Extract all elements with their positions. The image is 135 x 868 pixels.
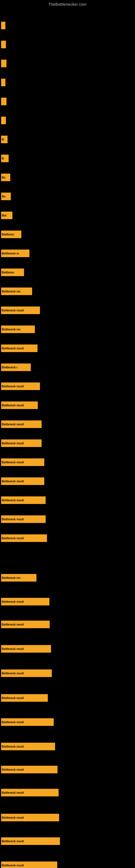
bar-label: Bottleneck result xyxy=(2,404,24,407)
bar-item xyxy=(1,98,6,105)
bar-item: Bottleneck result xyxy=(1,307,40,314)
bar-item: Bottleneck result xyxy=(1,458,44,466)
bar-item: Bottlenec xyxy=(1,230,21,238)
bar-label: Bottleneck result xyxy=(2,423,24,426)
bar-label: Bottleneck result xyxy=(2,672,24,675)
bar-item: Bottleneck result xyxy=(1,789,58,796)
bar-item: Bottleneck result xyxy=(1,766,57,773)
bar-item xyxy=(1,117,6,124)
bar-label: Bottleneck result xyxy=(2,768,24,771)
bar-item: Bottleneck result xyxy=(1,645,51,653)
bar-item: Bottleneck res xyxy=(1,574,37,582)
bar-item: Bot xyxy=(1,212,12,219)
bar-label: Bottleneck result xyxy=(2,499,24,502)
bar-label: Bottleneck result xyxy=(2,816,24,819)
bar-label: Bo xyxy=(2,176,5,179)
bar-item: Bottleneck result xyxy=(1,837,60,845)
bar-label: Bo xyxy=(2,195,5,198)
bar-item: Bottleneck result xyxy=(1,670,52,677)
bar-label: Bottleneck result xyxy=(2,309,24,312)
bar-label: Bottleneck result xyxy=(2,791,24,794)
bar-label: Bottleneck result xyxy=(2,623,24,626)
bar-item: Bottleneck res xyxy=(1,287,32,295)
bar-item: B xyxy=(1,155,9,162)
bar-item: Bottleneck result xyxy=(1,862,57,868)
bar-label: Bottleneck result xyxy=(2,442,24,445)
bar-label: Bottleneck result xyxy=(2,347,24,350)
bar-label: Bottleneck result xyxy=(2,745,24,748)
bar-item xyxy=(1,60,6,67)
bar-item: Bo xyxy=(1,174,10,181)
bar-item: Bottleneck result xyxy=(1,718,54,726)
bar-label: Bottleneck result xyxy=(2,537,24,540)
site-title: TheBottlenecker.com xyxy=(0,0,135,8)
bar-label: Bottleneck res xyxy=(2,328,20,331)
bar-label: Bottleneck result xyxy=(2,864,24,867)
bar-label: Bottleneck res xyxy=(2,577,20,579)
bar-label: B xyxy=(2,138,4,141)
bar-item: Bottleneck result xyxy=(1,621,50,628)
bar-label: Bottleneck r xyxy=(2,366,17,369)
bar-label: Bottlenec xyxy=(2,233,14,236)
bar-item: Bottleneck result xyxy=(1,401,38,409)
bar-item: Bottleneck res xyxy=(1,326,35,333)
bar-label: Bottleneck result xyxy=(2,648,24,650)
bar-item: Bottleneck result xyxy=(1,694,48,702)
bar-item: Bottleneck result xyxy=(1,598,49,606)
bar-label: Bottleneck res xyxy=(2,290,20,293)
bar-label: Bottleneck result xyxy=(2,518,24,521)
bar-item xyxy=(1,41,6,48)
bar-item: B xyxy=(1,135,8,143)
bar-item: Bottleneck result xyxy=(1,496,46,504)
bar-item: Bottleneck r xyxy=(1,364,31,371)
bar-item: Bottleneck result xyxy=(1,477,44,485)
bar-item: Bottleneck re xyxy=(1,250,30,257)
bar-item: Bottleneck result xyxy=(1,439,42,447)
bar-label: Bottleneck result xyxy=(2,600,24,603)
bar-item: Bottleneck result xyxy=(1,421,42,428)
bar-item: Bottleneck result xyxy=(1,382,40,390)
bar-item: Bottleneck result xyxy=(1,743,55,750)
bar-label: Bottleneck result xyxy=(2,696,24,700)
bar-label: Bot xyxy=(2,214,6,217)
bar-item: Bottleneck result xyxy=(1,814,59,822)
bar-item xyxy=(1,22,5,29)
bar-item: Bo xyxy=(1,193,11,200)
bar-label: Bottleneck result xyxy=(2,385,24,388)
bar-item: Bottleneck result xyxy=(1,534,47,542)
bar-label: Bottleneck result xyxy=(2,840,24,843)
bar-label: Bottleneck result xyxy=(2,480,24,483)
bar-label: Bottleneck result xyxy=(2,721,24,724)
bar-label: Bottleneck re xyxy=(2,252,19,255)
bar-item xyxy=(1,79,5,86)
bar-label: Bottleneck result xyxy=(2,461,24,464)
bar-item: Bottlenec xyxy=(1,269,24,276)
bar-item: Bottleneck result xyxy=(1,516,46,523)
bar-label: B xyxy=(2,157,4,160)
bar-item: Bottleneck result xyxy=(1,344,38,352)
bar-label: Bottlenec xyxy=(2,271,14,274)
